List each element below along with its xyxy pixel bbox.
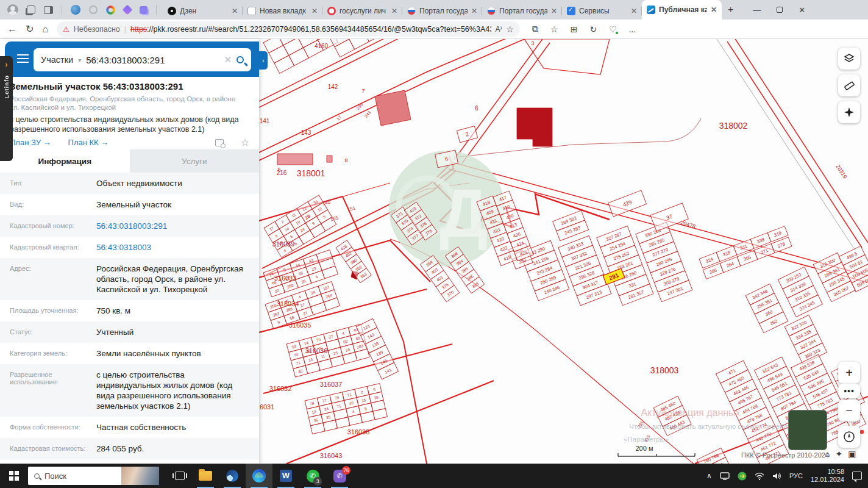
- browser-tab-0[interactable]: Дзен✕: [163, 2, 243, 20]
- row-value-link[interactable]: 56:43:0318003:291: [96, 221, 249, 231]
- letinfo-side-tab[interactable]: › Letinfo: [0, 56, 13, 161]
- history-icon[interactable]: ↻: [589, 24, 597, 34]
- window-minimize-button[interactable]: —: [753, 5, 761, 15]
- clear-search-icon[interactable]: ✕: [224, 54, 232, 65]
- browser-tab-1[interactable]: Новая вкладк✕: [243, 2, 322, 20]
- read-aloud-icon[interactable]: A⁾: [496, 25, 502, 34]
- row-label: Площадь уточненная:: [10, 306, 96, 316]
- cadastral-map[interactable]: Д172112234324108121562495482454442681838…: [259, 39, 868, 464]
- cast-icon[interactable]: [720, 472, 730, 480]
- volume-icon[interactable]: [772, 472, 781, 480]
- info-row: Адрес:Российская Федерация, Оренбургская…: [0, 258, 259, 300]
- plan-zu-link[interactable]: План ЗУ →: [10, 138, 51, 147]
- parcel-title: Земельный участок 56:43:0318003:291: [10, 81, 251, 92]
- map-home-icon[interactable]: ⌂: [825, 449, 830, 459]
- search-icon[interactable]: [237, 56, 244, 63]
- favorite-page-icon[interactable]: ☆: [507, 24, 514, 34]
- favorite-icon[interactable]: ☆: [241, 137, 249, 148]
- row-value-link[interactable]: 56:43:0318003: [96, 242, 249, 253]
- chevron-down-icon[interactable]: ▾: [78, 57, 81, 63]
- layers-button[interactable]: [838, 48, 860, 70]
- start-button[interactable]: [0, 464, 28, 488]
- tab-information[interactable]: Информация: [0, 149, 130, 173]
- marker-button[interactable]: [838, 101, 860, 123]
- notification-center-icon[interactable]: [852, 472, 862, 480]
- basemap-thumbnail[interactable]: [788, 410, 827, 450]
- close-tab-icon[interactable]: ✕: [631, 7, 637, 15]
- search-widget-image[interactable]: [121, 467, 159, 485]
- address-bar[interactable]: ⚠ Небезопасно | https://pkk.rosreestr.ru…: [57, 21, 520, 37]
- map-layers-preview-icon[interactable]: ▣: [848, 449, 856, 459]
- close-tab-icon[interactable]: ✕: [551, 7, 557, 15]
- map-road: [454, 39, 542, 160]
- browser-tab-4[interactable]: Портал госуда✕: [482, 2, 562, 20]
- security-label[interactable]: Небезопасно: [74, 25, 120, 34]
- collections-icon[interactable]: ⊞: [571, 24, 578, 34]
- taskbar-app-mail-app[interactable]: [219, 464, 246, 488]
- preview-icon[interactable]: [215, 139, 224, 146]
- task-view-button[interactable]: [168, 464, 192, 488]
- browser-tab-5[interactable]: Сервисы✕: [562, 2, 642, 20]
- browser-tab-3[interactable]: Портал госуда✕: [402, 2, 482, 20]
- tab-services[interactable]: Услуги: [130, 149, 260, 173]
- map-label: 6: [475, 105, 478, 112]
- plan-kk-link[interactable]: План КК →: [68, 138, 109, 147]
- close-tab-icon[interactable]: ✕: [311, 7, 318, 15]
- more-tools-button[interactable]: •••: [838, 384, 860, 398]
- split-screen-icon[interactable]: ⧉: [532, 24, 538, 34]
- more-menu-icon[interactable]: ...: [629, 24, 636, 34]
- measure-button[interactable]: [838, 74, 860, 96]
- taskbar-app-viber[interactable]: ✆76: [326, 464, 353, 488]
- close-tab-icon[interactable]: ✕: [391, 7, 397, 15]
- taskbar-app-whatsapp[interactable]: ✆3: [299, 464, 326, 488]
- back-button[interactable]: ←: [7, 24, 17, 35]
- wifi-icon[interactable]: [755, 472, 764, 480]
- locate-button[interactable]: [838, 426, 860, 448]
- browser-essentials-icon[interactable]: ♡: [609, 24, 617, 34]
- search-input[interactable]: 56:43:0318003:291: [86, 55, 219, 65]
- window-close-button[interactable]: ✕: [799, 5, 805, 15]
- zoom-out-button[interactable]: −: [838, 400, 860, 422]
- extension-squares-icon[interactable]: [140, 6, 148, 14]
- extension-circle-icon[interactable]: [89, 5, 98, 14]
- map-label: 151: [347, 205, 357, 212]
- taskbar-search[interactable]: Поиск: [28, 467, 159, 485]
- antivirus-tray-icon[interactable]: [738, 472, 747, 481]
- browser-tab-6[interactable]: Публичная ка✕: [642, 0, 722, 20]
- url-text[interactable]: https://pkk.rosreestr.ru/#/search/51.223…: [130, 25, 491, 34]
- parcel-strip: 342 348256 351360252: [745, 284, 788, 332]
- extension-gem-icon[interactable]: [123, 5, 133, 15]
- sidebar-icon[interactable]: [44, 6, 53, 14]
- close-tab-icon[interactable]: ✕: [711, 5, 717, 14]
- profile-avatar[interactable]: [7, 4, 18, 15]
- security-warning-icon[interactable]: ⚠: [63, 25, 69, 34]
- window-maximize-button[interactable]: [777, 7, 783, 13]
- menu-icon[interactable]: [17, 54, 29, 63]
- panel-collapse-button[interactable]: ‹: [259, 51, 268, 70]
- map-marker-dot: [859, 429, 864, 434]
- taskbar-app-word[interactable]: W: [272, 464, 299, 488]
- tray-expand-icon[interactable]: ∧: [706, 472, 712, 480]
- taskbar-app-edge[interactable]: [246, 464, 272, 488]
- language-indicator[interactable]: РУС: [789, 472, 803, 479]
- refresh-button[interactable]: ↻: [26, 23, 34, 35]
- search-icon: [34, 473, 40, 479]
- map-marker-icon[interactable]: ✦: [835, 449, 842, 459]
- home-button[interactable]: ⌂: [42, 24, 48, 35]
- close-tab-icon[interactable]: ✕: [232, 7, 238, 15]
- row-value: 284 055 руб.: [96, 443, 249, 454]
- extension-globe-icon[interactable]: [71, 5, 80, 15]
- zoom-in-button[interactable]: +: [838, 362, 860, 384]
- info-row: Кадастровый номер:56:43:0318003:291: [0, 215, 259, 237]
- close-tab-icon[interactable]: ✕: [471, 7, 477, 15]
- taskbar-app-explorer[interactable]: [192, 464, 219, 488]
- search-category-select[interactable]: Участки: [41, 55, 73, 65]
- extension-ring-icon[interactable]: [106, 5, 115, 15]
- browser-tab-2[interactable]: госуслуги лич✕: [322, 2, 402, 20]
- clock[interactable]: 10:58 12.01.2024: [811, 468, 844, 484]
- map-copyright: ПКК © Росреестр 2010-2024: [741, 451, 829, 459]
- favorites-bar-icon[interactable]: ☆: [550, 24, 558, 34]
- new-tab-button[interactable]: +: [728, 4, 733, 15]
- workspaces-icon[interactable]: [27, 5, 35, 14]
- search-box[interactable]: Участки ▾ 56:43:0318003:291 ✕: [34, 48, 251, 71]
